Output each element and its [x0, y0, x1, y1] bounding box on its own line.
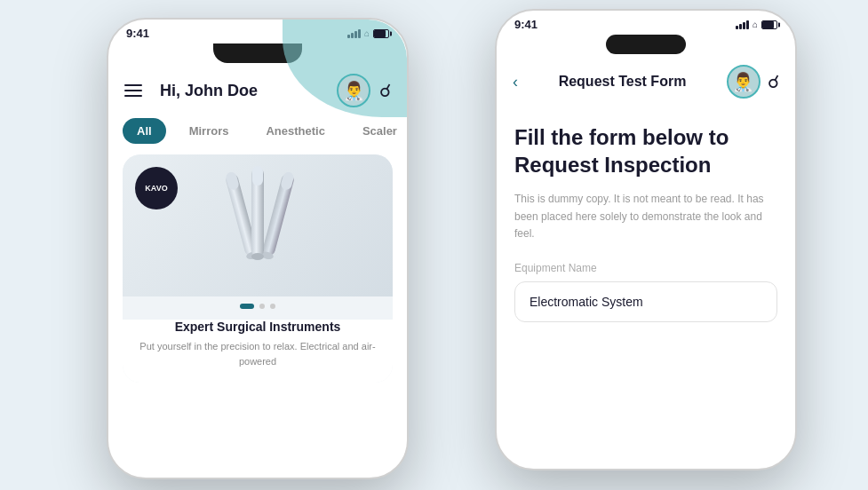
tab-anesthetic[interactable]: Anesthetic	[251, 118, 338, 144]
avatar-icon: 👨‍⚕️	[343, 80, 365, 101]
right-header-icons: 👨‍⚕️ ☌	[727, 65, 779, 99]
form-description: This is dummy copy. It is not meant to b…	[514, 191, 777, 242]
svg-rect-8	[252, 166, 263, 186]
avatar-left[interactable]: 👨‍⚕️	[337, 74, 370, 107]
instruments-svg	[195, 163, 320, 288]
phones-container: 9:41 ⌂	[0, 0, 868, 490]
tab-mirrors[interactable]: Mirrors	[175, 118, 243, 144]
dot-1	[240, 304, 254, 309]
back-button[interactable]: ‹	[513, 73, 518, 91]
left-header-wrapper: Hi, John Doe 👨‍⚕️ ☌	[108, 67, 407, 118]
header-right: 👨‍⚕️ ☌	[337, 74, 391, 107]
battery-icon	[373, 29, 389, 38]
status-time-left: 9:41	[126, 27, 149, 40]
left-header: Hi, John Doe 👨‍⚕️ ☌	[108, 67, 407, 118]
avatar-right[interactable]: 👨‍⚕️	[727, 65, 760, 99]
product-card[interactable]: KAVO	[123, 154, 393, 383]
avatar-icon-right: 👨‍⚕️	[732, 71, 754, 92]
field-label-equipment: Equipment Name	[514, 262, 777, 274]
product-title: Expert Surgical Instruments	[135, 320, 380, 334]
status-bar-right: 9:41 ⌂	[497, 11, 795, 35]
search-button-left[interactable]: ☌	[379, 80, 391, 101]
form-content: Fill the form below to Request Inspectio…	[497, 109, 795, 336]
dot-2	[259, 304, 265, 309]
status-time-right: 9:41	[514, 18, 538, 31]
greeting-text: Hi, John Doe	[160, 82, 258, 100]
dynamic-island	[606, 35, 686, 54]
page-title: Request Test Form	[559, 74, 687, 90]
battery-icon-right	[761, 20, 777, 29]
signal-icon-right	[736, 20, 749, 29]
form-heading: Fill the form below to Request Inspectio…	[514, 123, 777, 178]
dot-3	[270, 304, 275, 309]
svg-point-7	[251, 253, 264, 260]
tab-scaler[interactable]: Scaler	[348, 118, 407, 144]
tab-all[interactable]: All	[123, 118, 166, 144]
product-description: Put yourself in the precision to relax. …	[135, 339, 380, 368]
right-header: ‹ Request Test Form 👨‍⚕️ ☌	[497, 58, 795, 109]
category-tabs: All Mirrors Anesthetic Scaler	[108, 118, 407, 154]
phone-right: 9:41 ⌂ ‹ Request Test Form	[495, 9, 797, 470]
status-icons-right: ⌂	[736, 20, 777, 29]
equipment-name-input[interactable]	[514, 281, 777, 322]
wifi-icon-right: ⌂	[753, 20, 758, 29]
product-logo: KAVO	[135, 167, 178, 209]
search-button-right[interactable]: ☌	[768, 71, 779, 92]
back-arrow-icon: ‹	[513, 73, 518, 91]
product-info: Expert Surgical Instruments Put yourself…	[123, 320, 393, 383]
hamburger-menu-button[interactable]	[124, 84, 142, 97]
phone-left: 9:41 ⌂	[107, 18, 409, 479]
pagination-dots	[123, 296, 393, 320]
